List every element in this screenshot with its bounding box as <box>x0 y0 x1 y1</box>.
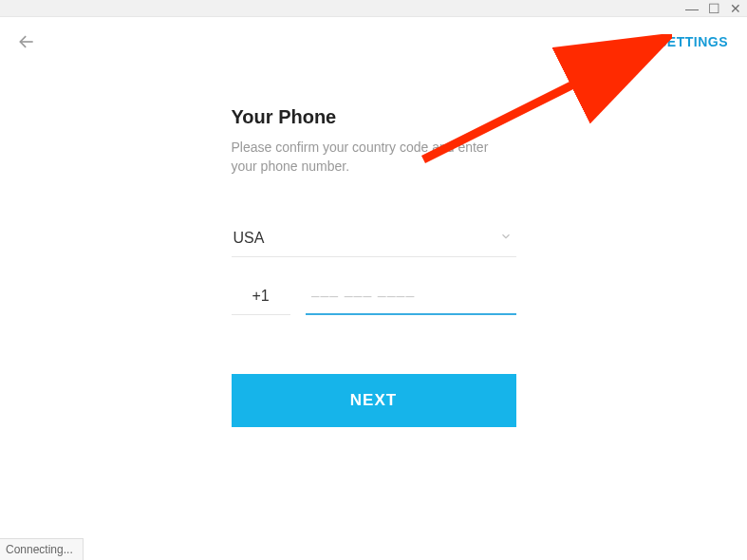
page-title: Your Phone <box>232 106 516 128</box>
window-titlebar: — ☐ ✕ <box>0 0 747 17</box>
minimize-icon[interactable]: — <box>685 2 699 15</box>
back-button[interactable] <box>15 30 38 53</box>
page-subtitle: Please confirm your country code and ent… <box>232 138 516 177</box>
maximize-icon[interactable]: ☐ <box>708 2 720 15</box>
chevron-down-icon <box>499 230 513 247</box>
settings-link[interactable]: SETTINGS <box>658 34 728 49</box>
country-selected-label: USA <box>233 230 265 247</box>
arrow-left-icon <box>17 32 36 51</box>
login-form: Your Phone Please confirm your country c… <box>232 106 516 427</box>
close-icon[interactable]: ✕ <box>730 2 741 15</box>
phone-number-input[interactable] <box>306 288 516 315</box>
next-button[interactable]: NEXT <box>232 374 516 427</box>
country-select[interactable]: USA <box>232 230 516 257</box>
phone-row <box>232 288 516 315</box>
app-header: SETTINGS <box>0 17 747 53</box>
dial-code-input[interactable] <box>232 288 290 315</box>
connection-status: Connecting... <box>0 538 84 560</box>
